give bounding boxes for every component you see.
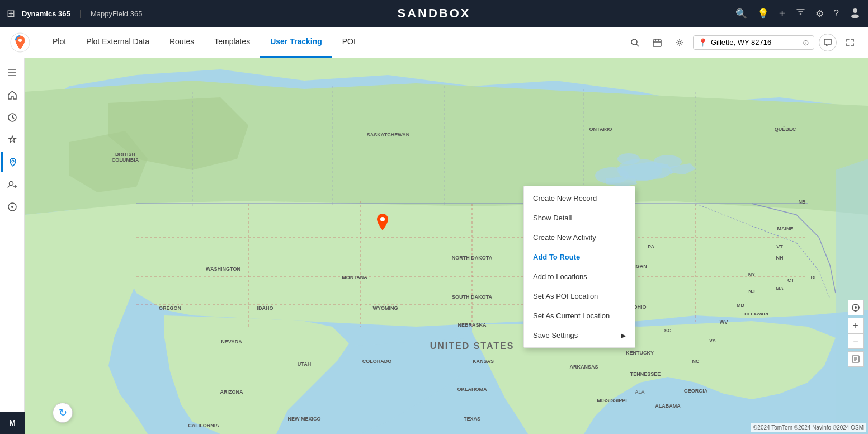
zoom-settings-btn[interactable] <box>848 351 864 367</box>
ctx-set-poi-location[interactable]: Set As POI Location <box>524 286 635 306</box>
sidebar-item-add-user[interactable] <box>2 174 22 195</box>
ctx-add-to-route[interactable]: Add To Route <box>524 247 635 267</box>
location-search-input[interactable] <box>711 38 800 46</box>
sidebar-item-menu[interactable] <box>2 63 22 83</box>
nav-item-plot[interactable]: Plot <box>43 27 76 58</box>
svg-text:MA: MA <box>776 286 784 291</box>
filter-icon[interactable] <box>796 7 805 20</box>
map-pin[interactable] <box>376 214 389 234</box>
svg-text:RI: RI <box>811 275 816 280</box>
sidebar <box>0 58 25 434</box>
sidebar-item-poi[interactable] <box>2 197 22 217</box>
svg-text:VA: VA <box>709 338 716 343</box>
svg-text:OKLAHOMA: OKLAHOMA <box>457 386 487 392</box>
svg-text:MD: MD <box>737 303 744 308</box>
ctx-save-settings-label: Save Settings <box>533 331 578 339</box>
nav-settings-btn[interactable] <box>671 34 688 51</box>
svg-point-20 <box>11 206 13 208</box>
refresh-btn[interactable]: ↻ <box>53 403 73 423</box>
svg-line-5 <box>636 44 639 46</box>
svg-text:NEBRASKA: NEBRASKA <box>457 322 487 328</box>
svg-text:CALIFORNIA: CALIFORNIA <box>188 423 219 428</box>
lightbulb-icon[interactable]: 💡 <box>757 8 769 20</box>
ctx-create-new-record[interactable]: Create New Record <box>524 188 635 208</box>
svg-text:BRITISH: BRITISH <box>115 152 135 157</box>
svg-text:ALA: ALA <box>635 389 644 395</box>
svg-text:ARIZONA: ARIZONA <box>220 389 243 395</box>
svg-point-99 <box>855 306 857 309</box>
expand-btn[interactable] <box>841 34 859 51</box>
svg-point-4 <box>631 39 637 45</box>
ctx-add-to-locations[interactable]: Add to Locations <box>524 267 635 286</box>
nav-item-user-tracking[interactable]: User Tracking <box>260 27 332 58</box>
nav-item-routes[interactable]: Routes <box>159 27 204 58</box>
sidebar-item-home[interactable] <box>2 85 22 105</box>
grid-icon[interactable]: ⊞ <box>7 7 15 20</box>
svg-point-15 <box>12 160 14 162</box>
svg-text:NB: NB <box>799 199 806 205</box>
nav-item-templates[interactable]: Templates <box>204 27 260 58</box>
svg-text:DELAWARE: DELAWARE <box>744 312 770 317</box>
svg-text:NC: NC <box>692 358 700 364</box>
topbar-icons: 🔍 💡 + ⚙ ? <box>735 6 861 21</box>
settings-icon[interactable]: ⚙ <box>815 8 824 20</box>
svg-text:TEXAS: TEXAS <box>464 416 480 422</box>
help-icon[interactable]: ? <box>834 8 839 19</box>
svg-text:COLUMBIA: COLUMBIA <box>112 157 139 163</box>
app-subtitle: MappyField 365 <box>91 10 143 18</box>
chat-btn[interactable] <box>819 34 837 51</box>
svg-text:NEVADA: NEVADA <box>221 339 242 345</box>
ctx-save-settings-arrow: ▶ <box>621 332 626 339</box>
svg-text:COLORADO: COLORADO <box>362 358 392 364</box>
zoom-in-btn[interactable]: + <box>848 318 864 333</box>
svg-text:MAINE: MAINE <box>777 226 794 232</box>
svg-point-0 <box>853 8 857 13</box>
svg-text:OREGON: OREGON <box>159 305 181 311</box>
svg-text:UNITED STATES: UNITED STATES <box>430 341 515 351</box>
svg-text:WYOMING: WYOMING <box>373 305 398 311</box>
navbar: Plot Plot External Data Routes Templates… <box>0 27 868 58</box>
svg-text:VT: VT <box>776 244 783 249</box>
svg-text:IDAHO: IDAHO <box>257 305 273 311</box>
svg-text:ONTARIO: ONTARIO <box>589 126 612 132</box>
ctx-save-settings[interactable]: Save Settings ▶ <box>524 326 635 345</box>
sidebar-item-pinned[interactable] <box>2 130 22 150</box>
location-search-box[interactable]: 📍 ⊙ <box>693 35 814 50</box>
ctx-set-current-location[interactable]: Set As Current Location <box>524 306 635 326</box>
nav-search-btn[interactable] <box>626 34 644 51</box>
sidebar-item-location[interactable] <box>1 152 23 172</box>
map-area[interactable]: BRITISH COLUMBIA SASKATCHEWAN ONTARIO QU… <box>25 58 868 434</box>
svg-text:TENNESSEE: TENNESSEE <box>630 371 661 377</box>
search-icon[interactable]: 🔍 <box>735 8 747 20</box>
ctx-show-detail[interactable]: Show Detail <box>524 208 635 228</box>
svg-text:KENTUCKY: KENTUCKY <box>626 350 654 356</box>
svg-text:QUÉBEC: QUÉBEC <box>775 126 796 132</box>
svg-point-10 <box>678 41 681 44</box>
svg-text:NEW MEXICO: NEW MEXICO <box>287 416 320 422</box>
user-icon[interactable] <box>849 6 861 21</box>
nav-item-plot-external[interactable]: Plot External Data <box>76 27 159 58</box>
sidebar-item-recent[interactable] <box>2 107 22 128</box>
user-avatar[interactable]: M <box>0 412 25 434</box>
svg-text:NORTH DAKOTA: NORTH DAKOTA <box>452 255 493 261</box>
plus-icon[interactable]: + <box>779 7 786 20</box>
ctx-create-new-activity[interactable]: Create New Activity <box>524 228 635 247</box>
sandbox-title: SANDBOX <box>397 6 470 21</box>
gps-icon[interactable]: ⊙ <box>803 38 809 47</box>
svg-text:SOUTH DAKOTA: SOUTH DAKOTA <box>452 294 492 300</box>
gps-locate-btn[interactable] <box>848 300 864 315</box>
nav-item-poi[interactable]: POI <box>332 27 366 58</box>
refresh-icon: ↻ <box>59 407 67 419</box>
svg-point-3 <box>18 39 22 42</box>
svg-text:PA: PA <box>648 244 654 249</box>
svg-text:GEORGIA: GEORGIA <box>684 388 708 394</box>
svg-text:WASHINGTON: WASHINGTON <box>206 266 240 272</box>
svg-text:ALABAMA: ALABAMA <box>655 403 681 409</box>
svg-text:KANSAS: KANSAS <box>473 358 494 364</box>
svg-rect-6 <box>653 40 661 46</box>
svg-text:NJ: NJ <box>748 289 755 294</box>
nav-calendar-btn[interactable] <box>648 34 666 51</box>
svg-text:WV: WV <box>720 319 728 325</box>
zoom-out-btn[interactable]: − <box>848 333 864 349</box>
svg-point-97 <box>380 217 385 221</box>
